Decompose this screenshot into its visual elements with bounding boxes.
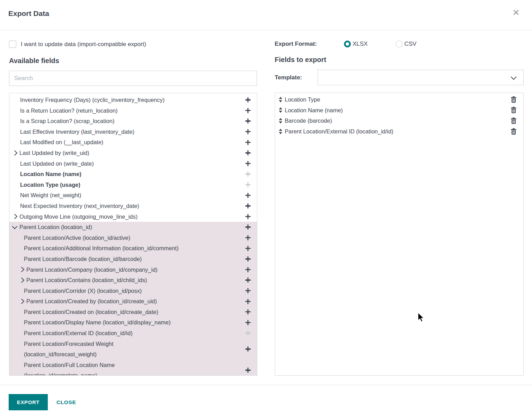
- field-label: Parent Location/Additional Information (…: [24, 243, 242, 254]
- chevron-right-icon[interactable]: [12, 214, 18, 219]
- trash-icon[interactable]: [511, 128, 516, 135]
- drag-handle-icon[interactable]: [278, 107, 283, 113]
- available-fields-list[interactable]: Inventory Frequency (Days) (cyclic_inven…: [9, 93, 257, 376]
- available-field-row[interactable]: Parent Location/Created by (location_id/…: [9, 296, 257, 307]
- close-button[interactable]: CLOSE: [54, 394, 78, 410]
- field-label: Parent Location/External ID (location_id…: [24, 328, 242, 339]
- field-label: Parent Location/Active (location_id/acti…: [24, 233, 242, 243]
- add-field-icon[interactable]: [242, 158, 254, 169]
- available-field-row[interactable]: Last Updated by (write_uid): [9, 148, 257, 158]
- available-field-row[interactable]: Location Name (name): [9, 169, 257, 180]
- drag-handle-icon[interactable]: [278, 129, 283, 134]
- available-field-row[interactable]: Outgoing Move Line (outgoing_move_line_i…: [9, 211, 257, 222]
- available-field-row[interactable]: Last Modified on (__last_update): [9, 137, 257, 148]
- add-field-icon[interactable]: [242, 243, 254, 254]
- chevron-right-icon[interactable]: [19, 267, 25, 272]
- add-field-icon[interactable]: [242, 264, 254, 275]
- export-field-row[interactable]: Location Type: [275, 94, 523, 105]
- available-field-row[interactable]: Parent Location/External ID (location_id…: [9, 328, 257, 339]
- export-field-row[interactable]: Location Name (name): [275, 105, 523, 116]
- add-field-icon: [242, 180, 254, 190]
- add-field-icon[interactable]: [242, 344, 254, 354]
- radio-selected-icon[interactable]: [344, 41, 351, 47]
- field-label: Last Effective Inventory (last_inventory…: [20, 126, 242, 137]
- available-field-row[interactable]: Parent Location/Created on (location_id/…: [9, 307, 257, 317]
- fields-to-export-list[interactable]: Location TypeLocation Name (name)Barcode…: [275, 93, 524, 376]
- add-field-icon[interactable]: [242, 254, 254, 264]
- add-field-icon[interactable]: [242, 222, 254, 232]
- available-field-row[interactable]: Parent Location/Display Name (location_i…: [9, 317, 257, 328]
- format-option-xlsx[interactable]: XLSX: [344, 41, 367, 47]
- add-field-icon[interactable]: [242, 190, 254, 201]
- add-field-icon[interactable]: [242, 233, 254, 243]
- add-field-icon[interactable]: [242, 148, 254, 158]
- field-label: Parent Location/Company (location_id/com…: [26, 264, 242, 275]
- available-field-row[interactable]: Last Updated on (write_date): [9, 158, 257, 169]
- export-button[interactable]: EXPORT: [9, 394, 48, 410]
- field-label: Parent Location/Barcode (location_id/bar…: [24, 254, 242, 264]
- available-field-row[interactable]: Parent Location/Forecasted Weight(locati…: [9, 339, 257, 360]
- available-field-row[interactable]: Parent Location/Full Location Name(locat…: [9, 360, 257, 376]
- available-field-row[interactable]: Net Weight (net_weight): [9, 190, 257, 201]
- export-field-label: Parent Location/External ID (location_id…: [285, 126, 511, 137]
- format-option-csv[interactable]: CSV: [396, 41, 416, 47]
- trash-icon[interactable]: [511, 107, 516, 113]
- available-field-row[interactable]: Location Type (usage): [9, 180, 257, 190]
- add-field-icon[interactable]: [242, 296, 254, 307]
- add-field-icon[interactable]: [242, 116, 254, 126]
- add-field-icon[interactable]: [242, 317, 254, 328]
- field-label: Next Expected Inventory (next_inventory_…: [20, 201, 242, 211]
- add-field-icon[interactable]: [242, 365, 254, 375]
- chevron-right-icon[interactable]: [19, 278, 25, 283]
- trash-icon[interactable]: [511, 96, 516, 103]
- available-field-row[interactable]: Next Expected Inventory (next_inventory_…: [9, 201, 257, 211]
- available-field-row[interactable]: Is a Return Location? (return_location): [9, 105, 257, 116]
- template-select[interactable]: [318, 70, 524, 85]
- chevron-down-icon[interactable]: [12, 224, 18, 229]
- available-field-row[interactable]: Inventory Frequency (Days) (cyclic_inven…: [9, 95, 257, 105]
- chevron-down-icon: [511, 74, 517, 80]
- drag-handle-icon[interactable]: [278, 118, 283, 124]
- available-field-row[interactable]: Last Effective Inventory (last_inventory…: [9, 126, 257, 137]
- export-field-row[interactable]: Barcode (barcode): [275, 115, 523, 126]
- available-field-row[interactable]: Parent Location (location_id): [9, 222, 257, 233]
- field-label: Net Weight (net_weight): [20, 190, 242, 201]
- chevron-right-icon[interactable]: [19, 299, 25, 304]
- drag-handle-icon[interactable]: [278, 97, 283, 103]
- available-fields-heading: Available fields: [9, 57, 59, 65]
- available-field-row[interactable]: Parent Location/Active (location_id/acti…: [9, 233, 257, 243]
- close-icon[interactable]: ×: [513, 6, 520, 18]
- page-title: Export Data: [8, 9, 49, 18]
- add-field-icon[interactable]: [242, 286, 254, 296]
- template-label: Template:: [275, 74, 318, 81]
- available-field-row[interactable]: Is a Scrap Location? (scrap_location): [9, 116, 257, 126]
- available-field-row[interactable]: Parent Location/Barcode (location_id/bar…: [9, 254, 257, 264]
- export-field-label: Location Name (name): [285, 105, 511, 116]
- update-data-option[interactable]: I want to update data (import-compatible…: [9, 41, 146, 48]
- search-input[interactable]: [9, 71, 257, 86]
- radio-unselected-icon[interactable]: [396, 41, 402, 47]
- export-field-label: Barcode (barcode): [285, 115, 511, 126]
- field-label: Parent Location/Contains (location_id/ch…: [26, 275, 242, 286]
- add-field-icon[interactable]: [242, 137, 254, 148]
- field-label: Parent Location/Full Location Name(locat…: [24, 360, 242, 376]
- add-field-icon[interactable]: [242, 126, 254, 137]
- trash-icon[interactable]: [511, 117, 516, 124]
- update-data-checkbox[interactable]: [9, 41, 16, 48]
- add-field-icon[interactable]: [242, 211, 254, 222]
- chevron-right-icon[interactable]: [12, 150, 18, 156]
- add-field-icon[interactable]: [242, 307, 254, 317]
- add-field-icon[interactable]: [242, 105, 254, 116]
- add-field-icon[interactable]: [242, 275, 254, 285]
- available-field-row[interactable]: Parent Location/Company (location_id/com…: [9, 264, 257, 275]
- field-label: Parent Location (location_id): [19, 222, 242, 233]
- available-field-row[interactable]: Parent Location/Additional Information (…: [9, 243, 257, 254]
- available-field-row[interactable]: Parent Location/Contains (location_id/ch…: [9, 275, 257, 286]
- add-field-icon[interactable]: [242, 201, 254, 211]
- field-label: Inventory Frequency (Days) (cyclic_inven…: [20, 95, 242, 105]
- header-divider: [0, 30, 532, 30]
- add-field-icon[interactable]: [242, 95, 254, 105]
- export-field-row[interactable]: Parent Location/External ID (location_id…: [275, 126, 523, 137]
- update-data-label: I want to update data (import-compatible…: [21, 41, 146, 48]
- available-field-row[interactable]: Parent Location/Corridor (X) (location_i…: [9, 286, 257, 296]
